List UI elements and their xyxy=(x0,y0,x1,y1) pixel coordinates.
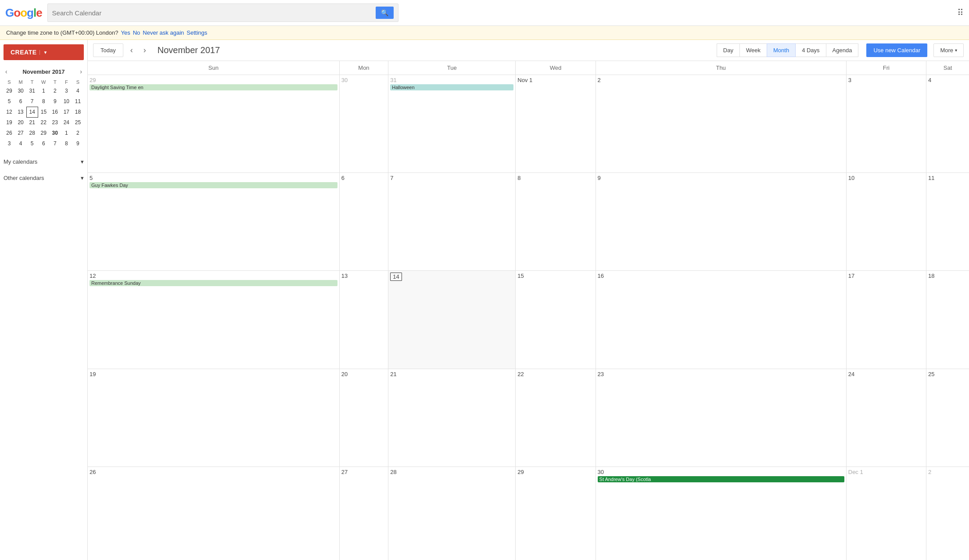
mini-cal-day[interactable]: 7 xyxy=(49,138,61,149)
view-week-button[interactable]: Week xyxy=(739,43,767,57)
mini-cal-day[interactable]: 28 xyxy=(26,128,38,138)
calendar-cell[interactable]: 30St Andrew's Day (Scotla xyxy=(596,467,846,560)
calendar-cell[interactable]: 2 xyxy=(596,75,846,173)
view-4days-button[interactable]: 4 Days xyxy=(795,43,826,57)
my-calendars-dropdown-icon[interactable]: ▾ xyxy=(81,158,84,165)
create-dropdown-arrow[interactable]: ▼ xyxy=(39,50,48,55)
next-month-button[interactable]: › xyxy=(140,44,150,57)
mini-cal-day[interactable]: 9 xyxy=(72,138,83,149)
mini-cal-day[interactable]: 23 xyxy=(49,117,61,128)
create-button[interactable]: CREATE ▼ xyxy=(4,44,84,60)
calendar-cell[interactable]: 2 xyxy=(926,467,969,560)
calendar-event[interactable]: St Andrew's Day (Scotla xyxy=(598,476,844,482)
calendar-cell[interactable]: 12Remembrance Sunday xyxy=(88,271,339,369)
mini-cal-day[interactable]: 18 xyxy=(72,107,83,117)
mini-cal-day[interactable]: 4 xyxy=(15,138,26,149)
my-calendars-header[interactable]: My calendars ▾ xyxy=(4,156,84,168)
mini-cal-day[interactable]: 2 xyxy=(49,86,61,96)
mini-cal-day[interactable]: 29 xyxy=(38,128,49,138)
tz-settings-link[interactable]: Settings xyxy=(187,29,207,36)
calendar-cell[interactable]: 15 xyxy=(516,271,596,369)
calendar-cell[interactable]: 29Daylight Saving Time en xyxy=(88,75,339,173)
calendar-cell[interactable]: 5Guy Fawkes Day xyxy=(88,173,339,271)
calendar-cell[interactable]: 14 xyxy=(388,271,516,369)
calendar-cell[interactable]: 23 xyxy=(596,369,846,467)
mini-cal-day[interactable]: 21 xyxy=(26,117,38,128)
calendar-cell[interactable]: 7 xyxy=(388,173,516,271)
mini-cal-day[interactable]: 17 xyxy=(61,107,72,117)
use-new-calendar-button[interactable]: Use new Calendar xyxy=(866,43,927,57)
calendar-cell[interactable]: 6 xyxy=(339,173,388,271)
mini-cal-day[interactable]: 26 xyxy=(4,128,15,138)
today-button[interactable]: Today xyxy=(93,43,123,57)
prev-month-button[interactable]: ‹ xyxy=(127,44,136,57)
mini-cal-day[interactable]: 10 xyxy=(61,96,72,107)
mini-cal-day[interactable]: 4 xyxy=(72,86,83,96)
calendar-cell[interactable]: 24 xyxy=(846,369,926,467)
calendar-cell[interactable]: 22 xyxy=(516,369,596,467)
calendar-cell[interactable]: 10 xyxy=(846,173,926,271)
mini-cal-day[interactable]: 1 xyxy=(61,128,72,138)
apps-grid-icon[interactable]: ⠿ xyxy=(957,7,964,18)
calendar-cell[interactable]: 3 xyxy=(846,75,926,173)
mini-cal-day[interactable]: 20 xyxy=(15,117,26,128)
mini-cal-day[interactable]: 25 xyxy=(72,117,83,128)
calendar-cell[interactable]: 13 xyxy=(339,271,388,369)
calendar-cell[interactable]: 31Halloween xyxy=(388,75,516,173)
calendar-cell[interactable]: 20 xyxy=(339,369,388,467)
mini-cal-day[interactable]: 11 xyxy=(72,96,83,107)
mini-cal-day[interactable]: 5 xyxy=(26,138,38,149)
view-month-button[interactable]: Month xyxy=(767,43,796,57)
calendar-cell[interactable]: 26 xyxy=(88,467,339,560)
calendar-event[interactable]: Guy Fawkes Day xyxy=(90,182,337,188)
mini-cal-day[interactable]: 3 xyxy=(61,86,72,96)
mini-cal-day[interactable]: 8 xyxy=(61,138,72,149)
view-agenda-button[interactable]: Agenda xyxy=(826,43,859,57)
other-calendars-header[interactable]: Other calendars ▾ xyxy=(4,172,84,184)
calendar-cell[interactable]: 19 xyxy=(88,369,339,467)
mini-cal-day[interactable]: 13 xyxy=(15,107,26,117)
mini-cal-day[interactable]: 24 xyxy=(61,117,72,128)
mini-cal-day[interactable]: 5 xyxy=(4,96,15,107)
calendar-cell[interactable]: Nov 1 xyxy=(516,75,596,173)
mini-cal-day[interactable]: 2 xyxy=(72,128,83,138)
calendar-cell[interactable]: 16 xyxy=(596,271,846,369)
mini-cal-day[interactable]: 8 xyxy=(38,96,49,107)
calendar-cell[interactable]: 8 xyxy=(516,173,596,271)
calendar-cell[interactable]: 29 xyxy=(516,467,596,560)
tz-no-link[interactable]: No xyxy=(133,29,140,36)
mini-cal-day[interactable]: 3 xyxy=(4,138,15,149)
mini-cal-day[interactable]: 1 xyxy=(38,86,49,96)
calendar-cell[interactable]: 21 xyxy=(388,369,516,467)
calendar-cell[interactable]: 28 xyxy=(388,467,516,560)
mini-cal-day[interactable]: 31 xyxy=(26,86,38,96)
mini-cal-prev-btn[interactable]: ‹ xyxy=(4,67,9,76)
mini-cal-day[interactable]: 22 xyxy=(38,117,49,128)
calendar-cell[interactable]: 4 xyxy=(926,75,969,173)
calendar-cell[interactable]: 11 xyxy=(926,173,969,271)
calendar-cell[interactable]: 27 xyxy=(339,467,388,560)
mini-cal-next-btn[interactable]: › xyxy=(78,67,84,76)
mini-cal-day[interactable]: 6 xyxy=(38,138,49,149)
search-button[interactable]: 🔍 xyxy=(376,7,394,19)
mini-cal-day[interactable]: 30 xyxy=(49,128,61,138)
mini-cal-day[interactable]: 12 xyxy=(4,107,15,117)
other-calendars-dropdown-icon[interactable]: ▾ xyxy=(81,175,84,181)
mini-cal-day[interactable]: 16 xyxy=(49,107,61,117)
mini-cal-day[interactable]: 9 xyxy=(49,96,61,107)
tz-yes-link[interactable]: Yes xyxy=(121,29,130,36)
search-input[interactable] xyxy=(52,9,376,17)
tz-never-link[interactable]: Never ask again xyxy=(143,29,184,36)
calendar-cell[interactable]: 17 xyxy=(846,271,926,369)
mini-cal-day[interactable]: 19 xyxy=(4,117,15,128)
mini-cal-day[interactable]: 30 xyxy=(15,86,26,96)
mini-cal-day[interactable]: 27 xyxy=(15,128,26,138)
calendar-event[interactable]: Daylight Saving Time en xyxy=(90,84,337,90)
calendar-cell[interactable]: 30 xyxy=(339,75,388,173)
calendar-cell[interactable]: 25 xyxy=(926,369,969,467)
calendar-cell[interactable]: 18 xyxy=(926,271,969,369)
calendar-event[interactable]: Remembrance Sunday xyxy=(90,280,337,286)
more-button[interactable]: More ▾ xyxy=(933,43,964,57)
mini-cal-day[interactable]: 15 xyxy=(38,107,49,117)
calendar-cell[interactable]: Dec 1 xyxy=(846,467,926,560)
